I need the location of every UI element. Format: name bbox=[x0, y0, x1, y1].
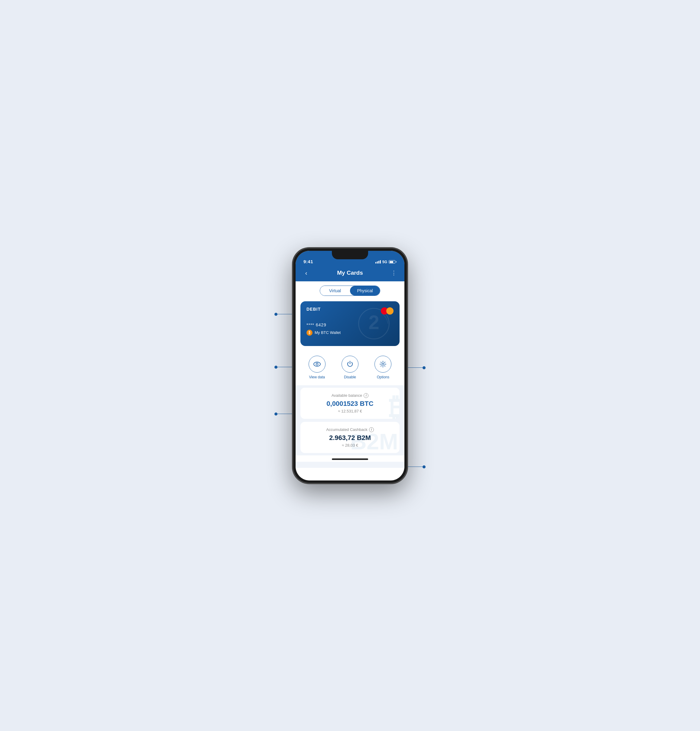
tab-physical[interactable]: Physical bbox=[350, 286, 380, 295]
eye-icon bbox=[313, 361, 321, 367]
status-time: 9:41 bbox=[304, 259, 313, 264]
content-inner: Virtual Physical 2 bbox=[296, 281, 404, 385]
btc-icon: ₿ bbox=[307, 330, 313, 336]
svg-point-3 bbox=[316, 363, 318, 365]
options-circle bbox=[374, 356, 392, 373]
gear-icon bbox=[379, 361, 387, 368]
card-section: 2 DEBIT **** 6429 bbox=[296, 299, 404, 351]
power-icon bbox=[347, 361, 353, 368]
cashback-card: B2M Accumulated Cashback i 2.963,72 B2M … bbox=[301, 422, 399, 453]
mastercard-logo bbox=[381, 307, 393, 315]
action-options[interactable]: Options bbox=[374, 356, 392, 379]
svg-point-2 bbox=[314, 362, 320, 366]
page-title: My Cards bbox=[337, 270, 363, 276]
scene: 9:41 5G bbox=[271, 248, 429, 483]
phone-shell: 9:41 5G bbox=[293, 248, 407, 483]
content-area: Virtual Physical 2 bbox=[296, 281, 404, 468]
wallet-name: My BTC Wallet bbox=[315, 330, 340, 335]
view-data-label: View data bbox=[309, 375, 324, 379]
debit-card: 2 DEBIT **** 6429 bbox=[301, 301, 399, 346]
cashback-card-bg: B2M bbox=[350, 429, 398, 453]
action-disable[interactable]: Disable bbox=[342, 356, 358, 379]
status-icons: 5G bbox=[376, 260, 396, 264]
more-button[interactable]: ⋮ bbox=[389, 270, 398, 276]
battery-icon bbox=[389, 260, 396, 264]
tab-virtual[interactable]: Virtual bbox=[320, 286, 350, 295]
info-section: ₿ Available balance i 0,0001523 BTC ≈ 12… bbox=[296, 385, 404, 455]
actions-section: View data Disable bbox=[296, 351, 404, 385]
home-indicator bbox=[296, 455, 404, 462]
tab-toggle: Virtual Physical bbox=[320, 286, 380, 296]
balance-card-bg: ₿ bbox=[389, 392, 399, 419]
disable-label: Disable bbox=[344, 375, 356, 379]
tab-bar: Virtual Physical bbox=[296, 281, 404, 299]
mc-orange-circle bbox=[386, 307, 393, 314]
app-header: ‹ My Cards ⋮ bbox=[296, 267, 404, 281]
signal-bars-icon bbox=[376, 260, 381, 264]
btc-symbol: ₿ bbox=[308, 331, 310, 335]
disable-circle bbox=[342, 356, 358, 373]
home-bar bbox=[332, 458, 368, 460]
back-button[interactable]: ‹ bbox=[302, 270, 311, 276]
card-type-label: DEBIT bbox=[307, 307, 321, 311]
balance-label: Available balance i bbox=[307, 393, 393, 398]
options-label: Options bbox=[377, 375, 389, 379]
phone-screen: 9:41 5G bbox=[296, 251, 404, 480]
svg-point-4 bbox=[382, 363, 384, 365]
network-label: 5G bbox=[382, 260, 387, 264]
balance-card: ₿ Available balance i 0,0001523 BTC ≈ 12… bbox=[301, 388, 399, 419]
balance-eur-value: ≈ 12.531,87 € bbox=[307, 409, 393, 413]
notch bbox=[332, 251, 368, 259]
svg-text:2: 2 bbox=[368, 311, 379, 333]
balance-value: 0,0001523 BTC bbox=[307, 400, 393, 408]
balance-info-icon: i bbox=[364, 393, 368, 398]
action-view-data[interactable]: View data bbox=[308, 356, 326, 379]
actions-row: View data Disable bbox=[301, 356, 399, 379]
view-data-circle bbox=[308, 356, 326, 373]
